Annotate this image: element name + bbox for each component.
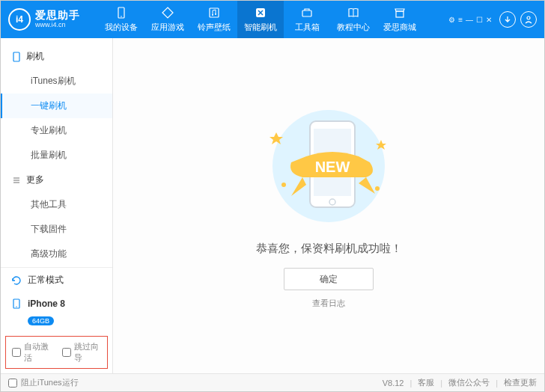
book-icon <box>347 6 360 19</box>
sidebar: 刷机 iTunes刷机 一键刷机 专业刷机 批量刷机 更多 其他工具 下载固件 … <box>1 38 113 373</box>
sidebar-item-firmware[interactable]: 下载固件 <box>1 217 112 242</box>
close-icon[interactable]: ✕ <box>486 16 492 24</box>
apps-icon <box>161 6 174 19</box>
brand-url: www.i4.cn <box>35 22 80 29</box>
device-icon <box>115 6 128 19</box>
wechat-link[interactable]: 微信公众号 <box>448 377 490 388</box>
minimize-icon[interactable]: — <box>466 16 473 24</box>
device-small-icon <box>11 298 22 309</box>
app-window: i4 爱思助手 www.i4.cn 我的设备 应用游戏 <box>0 0 545 392</box>
tab-mall[interactable]: 爱思商城 <box>377 1 423 38</box>
ok-button[interactable]: 确定 <box>284 268 374 290</box>
svg-rect-6 <box>302 10 311 16</box>
svg-point-9 <box>527 16 530 19</box>
success-illustration: NEW <box>246 102 411 230</box>
svg-point-15 <box>16 306 16 307</box>
sidebar-item-batch[interactable]: 批量刷机 <box>1 143 112 168</box>
refresh-icon <box>11 275 22 286</box>
menu-icon[interactable]: ≡ <box>458 16 463 24</box>
tab-toolbox[interactable]: 工具箱 <box>284 1 330 38</box>
view-log-link[interactable]: 查看日志 <box>312 298 345 309</box>
storage-badge: 64GB <box>28 316 54 325</box>
logo: i4 爱思助手 www.i4.cn <box>8 8 98 31</box>
settings-icon[interactable]: ⚙ <box>448 16 455 24</box>
logo-icon: i4 <box>8 8 31 31</box>
checkbox-stop-itunes[interactable]: 阻止iTunes运行 <box>8 377 79 388</box>
shop-icon <box>393 6 407 19</box>
version-label: V8.12 <box>383 379 404 388</box>
section-more: 更多 <box>1 168 112 192</box>
main-content: NEW 恭喜您，保资料刷机成功啦！ 确定 查看日志 <box>113 38 544 373</box>
tab-tutorials[interactable]: 教程中心 <box>330 1 377 38</box>
sidebar-bottom: 正常模式 iPhone 8 64GB 自动激活 跳过向导 <box>1 267 112 373</box>
tab-ringtones[interactable]: 铃声壁纸 <box>191 1 237 38</box>
phone-icon <box>11 52 22 62</box>
music-icon <box>207 6 221 19</box>
update-link[interactable]: 检查更新 <box>504 377 537 388</box>
svg-rect-8 <box>396 11 404 17</box>
svg-point-1 <box>121 16 122 17</box>
brand-name: 爱思助手 <box>35 10 80 21</box>
sidebar-item-itunes[interactable]: iTunes刷机 <box>1 69 112 94</box>
window-controls: ⚙ ≡ — ☐ ✕ <box>448 11 537 28</box>
body: 刷机 iTunes刷机 一键刷机 专业刷机 批量刷机 更多 其他工具 下载固件 … <box>1 38 544 373</box>
svg-rect-10 <box>13 52 19 61</box>
footer-bar: 阻止iTunes运行 V8.12 | 客服 | 微信公众号 | 检查更新 <box>1 373 544 391</box>
more-icon <box>11 175 22 186</box>
tab-smart-flash[interactable]: 智能刷机 <box>237 1 284 38</box>
user-button[interactable] <box>520 11 537 28</box>
svg-point-3 <box>212 14 213 16</box>
checkbox-skip-guide[interactable]: 跳过向导 <box>62 341 102 364</box>
maximize-icon[interactable]: ☐ <box>476 16 483 24</box>
section-flash: 刷机 <box>1 44 112 69</box>
mode-row[interactable]: 正常模式 <box>1 268 112 293</box>
sidebar-item-onekey[interactable]: 一键刷机 <box>1 94 112 118</box>
toolbox-icon <box>300 6 314 19</box>
sidebar-item-advanced[interactable]: 高级功能 <box>1 242 112 266</box>
svg-point-20 <box>375 186 380 191</box>
tab-apps-games[interactable]: 应用游戏 <box>144 1 191 38</box>
checkbox-auto-activate[interactable]: 自动激活 <box>12 341 52 364</box>
success-message: 恭喜您，保资料刷机成功啦！ <box>256 242 402 256</box>
device-row[interactable]: iPhone 8 <box>1 293 112 315</box>
sidebar-item-other[interactable]: 其他工具 <box>1 192 112 217</box>
flash-icon <box>254 6 267 19</box>
nav-tabs: 我的设备 应用游戏 铃声壁纸 智能刷机 <box>98 1 423 38</box>
sidebar-item-pro[interactable]: 专业刷机 <box>1 118 112 143</box>
activation-options: 自动激活 跳过向导 <box>5 336 108 369</box>
header-bar: i4 爱思助手 www.i4.cn 我的设备 应用游戏 <box>1 1 544 38</box>
support-link[interactable]: 客服 <box>418 377 434 388</box>
tab-my-devices[interactable]: 我的设备 <box>98 1 144 38</box>
svg-rect-2 <box>210 8 219 17</box>
svg-point-19 <box>281 183 286 187</box>
download-button[interactable] <box>499 11 516 28</box>
svg-point-4 <box>215 13 216 15</box>
ribbon-text: NEW <box>315 159 350 175</box>
